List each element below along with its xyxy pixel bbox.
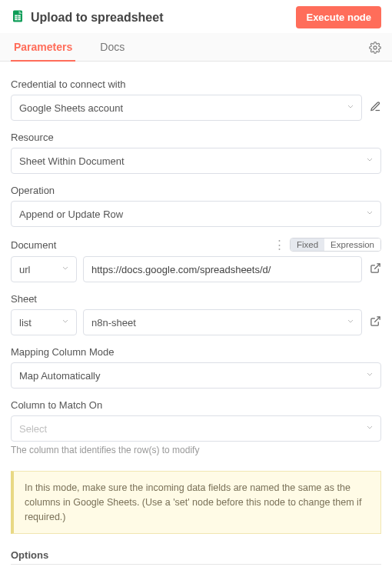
svg-point-6 [374, 46, 377, 49]
credential-select[interactable]: Google Sheets account [11, 95, 362, 121]
resource-value: Sheet Within Document [19, 155, 357, 167]
execute-node-button[interactable]: Execute node [296, 6, 381, 28]
label-operation: Operation [11, 185, 381, 196]
chevron-down-icon [61, 264, 70, 275]
document-url-input[interactable]: https://docs.google.com/spreadsheets/d/ [83, 256, 362, 282]
sheet-value: n8n-sheet [91, 317, 338, 329]
tab-parameters[interactable]: Parameters [11, 33, 75, 61]
document-mode-select[interactable]: url [11, 256, 77, 282]
sheet-sub-mode: list [19, 317, 53, 329]
field-document: Document ⋮ Fixed Expression url https://… [11, 238, 381, 282]
tabs: Parameters Docs [0, 33, 392, 62]
label-resource: Resource [11, 132, 381, 143]
open-document-icon[interactable] [370, 262, 381, 276]
mapping-mode-value: Map Automatically [19, 370, 357, 382]
label-document: Document [11, 239, 274, 251]
chevron-down-icon [346, 102, 355, 114]
chevron-down-icon [365, 208, 374, 220]
svg-line-7 [374, 264, 380, 269]
sheet-select[interactable]: n8n-sheet [83, 309, 362, 335]
document-sub-mode: url [19, 264, 53, 275]
resource-select[interactable]: Sheet Within Document [11, 148, 381, 174]
mode-expression[interactable]: Expression [324, 238, 380, 251]
column-match-select[interactable]: Select [11, 415, 381, 442]
field-mapping-mode: Mapping Column Mode Map Automatically [11, 346, 381, 389]
parameters-panel: Credential to connect with Google Sheets… [0, 62, 392, 577]
sheet-mode-select[interactable]: list [11, 309, 77, 335]
divider [11, 564, 381, 565]
svg-line-8 [374, 317, 380, 322]
mode-fixed[interactable]: Fixed [291, 238, 324, 251]
google-sheets-icon [11, 9, 25, 25]
field-options-icon[interactable]: ⋮ [274, 241, 285, 248]
field-column-match: Column to Match On Select The column tha… [11, 399, 381, 455]
label-column-match: Column to Match On [11, 399, 381, 411]
chevron-down-icon [365, 155, 374, 167]
tab-docs[interactable]: Docs [97, 33, 128, 61]
column-match-placeholder: Select [19, 423, 357, 435]
column-match-helper: The column that identifies the row(s) to… [11, 445, 381, 455]
operation-value: Append or Update Row [19, 208, 357, 220]
document-url-value: https://docs.google.com/spreadsheets/d/ [91, 264, 271, 275]
node-title: Upload to spreadsheet [31, 11, 296, 25]
field-sheet: Sheet list n8n-sheet [11, 293, 381, 335]
chevron-down-icon [365, 370, 374, 382]
mapping-info-note: In this mode, make sure the incoming dat… [11, 471, 381, 534]
credential-value: Google Sheets account [19, 102, 338, 114]
field-resource: Resource Sheet Within Document [11, 132, 381, 174]
options-title: Options [11, 549, 381, 561]
field-credential: Credential to connect with Google Sheets… [11, 78, 381, 121]
header: Upload to spreadsheet Execute node [0, 0, 392, 33]
operation-select[interactable]: Append or Update Row [11, 201, 381, 227]
chevron-down-icon [346, 317, 355, 329]
chevron-down-icon [365, 423, 374, 435]
label-credential: Credential to connect with [11, 78, 381, 90]
chevron-down-icon [61, 317, 70, 329]
mapping-mode-select[interactable]: Map Automatically [11, 362, 381, 389]
settings-gear-icon[interactable] [364, 37, 381, 61]
open-sheet-icon[interactable] [370, 315, 381, 329]
document-mode-toggle: Fixed Expression [290, 238, 381, 252]
field-operation: Operation Append or Update Row [11, 185, 381, 227]
edit-credential-icon[interactable] [370, 101, 381, 115]
label-mapping-mode: Mapping Column Mode [11, 346, 381, 358]
label-sheet: Sheet [11, 293, 381, 305]
